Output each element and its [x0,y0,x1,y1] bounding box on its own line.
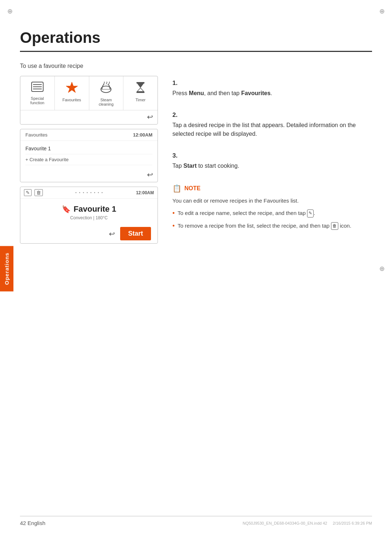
edit-recipe-icon[interactable]: ✎ [24,189,32,196]
recipe-subtitle: Convection | 180°C [70,215,107,220]
recipe-time: 12:00AM [136,190,154,195]
screen2-header: Favourites 12:00AM [20,129,158,141]
reg-mark-top-left: ⊕ [7,7,13,15]
menu-item-steam-cleaning[interactable]: Steamcleaning [89,76,124,110]
recipe-bookmark-icon: 🔖 [62,205,71,213]
menu-item-timer[interactable]: Timer [123,76,158,110]
side-tab-label: Operations [4,252,10,285]
steam-cleaning-label: Steamcleaning [99,98,114,106]
favourites-icon [65,81,78,95]
start-button[interactable]: Start [120,227,151,240]
recipe-name: 🔖 Favourite 1 [62,204,116,214]
note-bullet-2: • To remove a recipe from the list, sele… [172,221,372,231]
recipe-back-button[interactable]: ↩ [109,229,115,238]
subtitle: To use a favourite recipe [20,63,372,69]
list-item-create[interactable]: + Create a Favourite [25,154,152,165]
recipe-progress-dots: • • • • • • • • [75,191,103,195]
back-button-1[interactable]: ↩ [147,113,153,121]
screen2-title: Favourites [25,132,48,138]
menu-bar: Specialfunction Favourites [20,76,158,110]
note-bullet-2-text: To remove a recipe from the list, select… [177,221,351,230]
screen-mockup-3: ✎ 🗑 • • • • • • • • 12:00AM 🔖 Favourite … [20,187,158,244]
note-icon: 📋 [172,184,181,193]
steam-cleaning-icon [99,81,113,95]
timer-icon [135,81,146,95]
step-2-number: 2. [172,111,372,119]
note-intro: You can edit or remove recipes in the Fa… [172,196,372,205]
screen2-time: 12:00AM [133,132,152,138]
step-3-number: 3. [172,152,372,159]
bullet-dot-2: • [172,221,175,231]
delete-recipe-icon[interactable]: 🗑 [34,189,43,196]
screen-mockup-1: Specialfunction Favourites [20,76,158,125]
back-button-2[interactable]: ↩ [147,170,153,179]
note-title-text: NOTE [184,185,200,192]
step-2-text: Tap a desired recipe in the list that ap… [172,121,372,138]
menu-item-favourites[interactable]: Favourites [55,76,89,110]
note-bullet-1-text: To edit a recipe name, select the recipe… [177,209,315,217]
screen2-body: Favourite 1 + Create a Favourite [20,141,158,167]
favourite1-label: Favourite 1 [25,146,51,151]
note-bullet-1: • To edit a recipe name, select the reci… [172,209,372,219]
recipe-name-text: Favourite 1 [74,204,116,214]
footer-meta: NQ50J9530_EN_DE68-04334G-00_EN.indd 42 2… [242,521,372,525]
delete-icon-inline: 🗑 [331,222,338,230]
bullet-dot-1: • [172,208,175,219]
step-3-text: Tap Start to start cooking. [172,162,372,170]
note-box: 📋 NOTE You can edit or remove recipes in… [172,184,372,231]
step-2: 2. Tap a desired recipe in the list that… [172,111,372,138]
back-button-row-1: ↩ [20,110,158,124]
list-item-favourite1[interactable]: Favourite 1 [25,143,152,154]
favourites-label: Favourites [62,98,81,102]
step-1-number: 1. [172,80,372,87]
step-1: 1. Press Menu, and then tap Favourites. [172,80,372,98]
recipe-actions: ↩ Start [24,227,154,240]
recipe-body: 🔖 Favourite 1 Convection | 180°C ↩ Start [20,199,158,243]
recipe-header: ✎ 🗑 • • • • • • • • 12:00AM [20,187,158,199]
step-1-text: Press Menu, and then tap Favourites. [172,89,372,98]
back-button-row-2: ↩ [20,167,158,182]
step-3: 3. Tap Start to start cooking. [172,152,372,170]
main-content: Specialfunction Favourites [20,76,372,248]
recipe-action-icons: ✎ 🗑 [24,189,43,196]
special-function-label: Specialfunction [30,96,45,105]
screen-mockup-2: Favourites 12:00AM Favourite 1 + Create … [20,129,158,182]
edit-icon-inline: ✎ [307,209,314,217]
timer-label: Timer [135,98,146,102]
special-function-icon [31,81,44,94]
create-favourite-label: + Create a Favourite [25,157,69,162]
right-column: 1. Press Menu, and then tap Favourites. … [172,76,372,234]
side-tab: Operations [0,246,13,291]
left-column: Specialfunction Favourites [20,76,158,248]
svg-rect-7 [136,82,144,84]
reg-mark-top-right: ⊕ [379,7,385,15]
reg-mark-mid-right: ⊕ [379,265,385,273]
page-title: Operations [20,29,372,52]
svg-marker-4 [66,82,78,93]
note-title: 📋 NOTE [172,184,372,193]
menu-item-special-function[interactable]: Specialfunction [20,76,55,110]
footer-page-number: 42 English [20,520,45,526]
footer: 42 English NQ50J9530_EN_DE68-04334G-00_E… [20,516,372,526]
